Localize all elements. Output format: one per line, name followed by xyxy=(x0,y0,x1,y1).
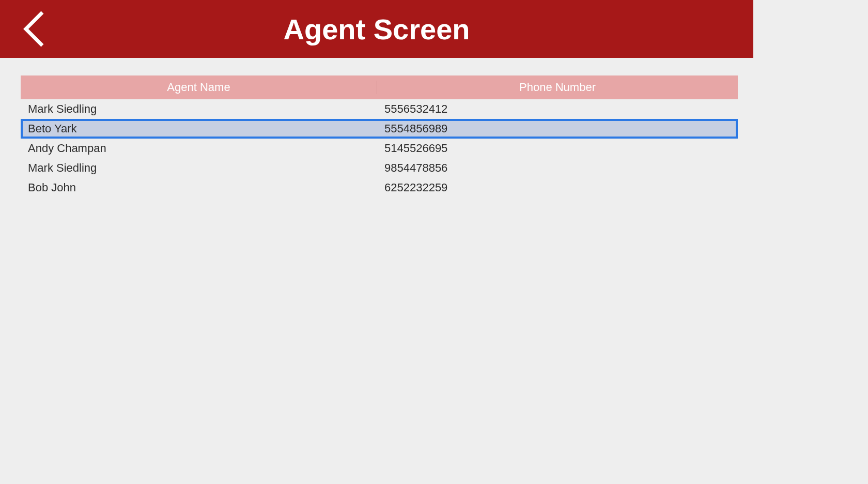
table-row[interactable]: Bob John6252232259 xyxy=(21,178,738,198)
agent-phone-cell: 5145526695 xyxy=(379,142,736,155)
table-row[interactable]: Andy Champan5145526695 xyxy=(21,139,738,158)
agent-phone-cell: 9854478856 xyxy=(379,161,736,175)
table-row[interactable]: Mark Siedling9854478856 xyxy=(21,158,738,178)
table-row[interactable]: Mark Siedling5556532412 xyxy=(21,99,738,119)
header: Agent Screen xyxy=(0,0,753,58)
column-header-phone: Phone Number xyxy=(377,81,738,94)
agent-phone-cell: 6252232259 xyxy=(379,181,736,194)
agent-phone-cell: 5556532412 xyxy=(379,102,736,116)
agent-name-cell: Bob John xyxy=(23,181,379,194)
column-header-name: Agent Name xyxy=(21,81,377,94)
table-header: Agent Name Phone Number xyxy=(21,75,738,99)
agent-phone-cell: 5554856989 xyxy=(379,122,736,135)
back-button[interactable] xyxy=(19,10,50,48)
agent-name-cell: Beto Yark xyxy=(23,122,379,135)
agent-name-cell: Andy Champan xyxy=(23,142,379,155)
table-row[interactable]: Beto Yark5554856989 xyxy=(21,119,738,139)
chevron-left-icon xyxy=(23,10,45,48)
content: Agent Name Phone Number Mark Siedling555… xyxy=(0,58,753,198)
table-body: Mark Siedling5556532412Beto Yark55548569… xyxy=(21,99,738,198)
header-title: Agent Screen xyxy=(0,12,753,46)
agent-name-cell: Mark Siedling xyxy=(23,102,379,116)
agent-name-cell: Mark Siedling xyxy=(23,161,379,175)
